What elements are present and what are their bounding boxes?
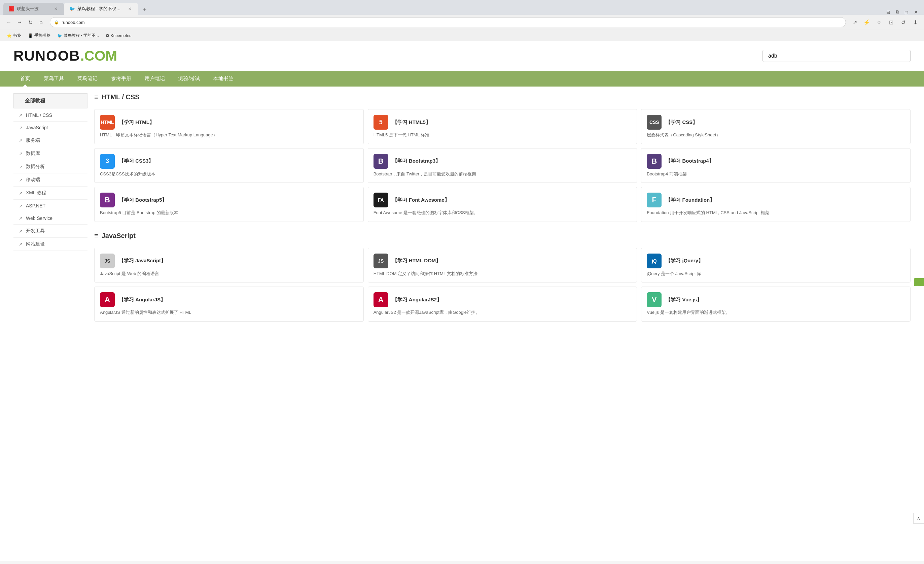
back2-icon[interactable]: ↺ <box>898 18 908 27</box>
maximize-icon[interactable]: ◻ <box>904 9 909 15</box>
sidebar-item-label-6: XML 教程 <box>26 190 46 196</box>
nav-item-home[interactable]: 首页 <box>14 71 37 87</box>
sidebar-item-label-1: JavaScript <box>26 125 48 130</box>
sidebar-item-dataanalysis[interactable]: ↗ 数据分析 <box>14 160 87 173</box>
card-title-htmldom: 【学习 HTML DOM】 <box>392 257 441 264</box>
card-desc-fontawesome: Font Awesome 是一套绝佳的图标字体库和CSS框架。 <box>374 209 632 216</box>
translate-button[interactable]: 译 <box>914 278 924 286</box>
cards-grid-htmlcss: HTML 【学习 HTML】 HTML，即超文本标记语言（Hyper Text … <box>94 109 910 222</box>
card-bootstrap3[interactable]: B 【学习 Bootstrap3】 Bootstrap，来自 Twitter，是… <box>368 148 637 183</box>
card-htmldom[interactable]: JS 【学习 HTML DOM】 HTML DOM 定义了访问和操作 HTML … <box>368 248 637 283</box>
lightning-icon[interactable]: ⚡ <box>862 18 872 27</box>
main-layout: ≡ 全部教程 ↗ HTML / CSS ↗ JavaScript ↗ 服务端 ↗… <box>0 87 924 338</box>
card-desc-css: 层叠样式表（Cascading StyleSheet） <box>647 132 905 138</box>
card-bootstrap5[interactable]: B 【学习 Bootstrap5】 Bootstrap5 目前是 Bootstr… <box>94 187 364 222</box>
close-window-icon[interactable]: ✕ <box>914 9 918 15</box>
card-angularjs[interactable]: A 【学习 AngularJS】 AngularJS 通过新的属性和表达式扩展了… <box>94 287 364 322</box>
nav-item-test[interactable]: 测验/考试 <box>172 71 207 87</box>
card-icon-htmldom: JS <box>374 254 388 268</box>
sidebar-link-icon-9: ↗ <box>19 229 22 234</box>
restore-icon[interactable]: ⧉ <box>896 9 899 15</box>
lock-icon: 🔒 <box>54 20 59 25</box>
card-header-fontawesome: FA 【学习 Font Awesome】 <box>374 193 632 208</box>
forward-button[interactable]: → <box>15 18 24 27</box>
cards-grid-javascript: JS 【学习 JavaScript】 JavaScript 是 Web 的编程语… <box>94 248 910 322</box>
address-bar[interactable]: 🔒 runoob.com <box>50 17 846 27</box>
tab-runoob[interactable]: 🐦 菜鸟教程 - 学的不仅是技术，更是... ✕ <box>64 3 138 15</box>
card-fontawesome[interactable]: FA 【学习 Font Awesome】 Font Awesome 是一套绝佳的… <box>368 187 637 222</box>
card-css[interactable]: CSS 【学习 CSS】 层叠样式表（Cascading StyleSheet） <box>641 109 910 144</box>
nav-item-tools[interactable]: 菜鸟工具 <box>37 71 70 87</box>
site-logo[interactable]: RUNOOB .COM <box>14 48 117 64</box>
sidebar-item-js[interactable]: ↗ JavaScript <box>14 122 87 134</box>
card-icon-bootstrap4: B <box>647 154 662 169</box>
site-nav: 首页 菜鸟工具 菜鸟笔记 参考手册 用户笔记 测验/考试 本地书签 <box>0 71 924 87</box>
card-header-bootstrap3: B 【学习 Bootstrap3】 <box>374 154 632 169</box>
nav-item-bookmarks[interactable]: 本地书签 <box>207 71 240 87</box>
bookmark-runoob[interactable]: 🐦 菜鸟教程 - 学的不... <box>54 32 102 39</box>
sidebar-item-devtools[interactable]: ↗ 开发工具 <box>14 225 87 238</box>
card-desc-bootstrap4: Bootstrap4 前端框架 <box>647 171 905 177</box>
card-title-vuejs: 【学习 Vue.js】 <box>666 297 702 303</box>
window-controls: ⊟ ⧉ ◻ ✕ <box>886 9 921 15</box>
bookmark-label4: Kubernetes <box>111 33 131 38</box>
card-bootstrap4[interactable]: B 【学习 Bootstrap4】 Bootstrap4 前端框架 <box>641 148 910 183</box>
section-title-text-js: JavaScript <box>102 232 136 240</box>
card-angularjs2[interactable]: A 【学习 AngularJS2】 AngularJS2 是一款开源JavaSc… <box>368 287 637 322</box>
section-title-javascript: ≡ JavaScript <box>94 232 910 242</box>
sidebar-item-label-9: 开发工具 <box>26 228 45 234</box>
home-button[interactable]: ⌂ <box>36 18 46 27</box>
scroll-top-button[interactable]: ∧ <box>913 513 924 523</box>
star-icon[interactable]: ☆ <box>874 18 884 27</box>
card-javascript[interactable]: JS 【学习 JavaScript】 JavaScript 是 Web 的编程语… <box>94 248 364 283</box>
sidebar-item-server[interactable]: ↗ 服务端 <box>14 134 87 147</box>
sidebar-item-webdev[interactable]: ↗ 网站建设 <box>14 238 87 251</box>
card-icon-html5: 5 <box>374 115 388 129</box>
tab-close-lianxiang[interactable]: ✕ <box>53 6 58 12</box>
card-vuejs[interactable]: V 【学习 Vue.js】 Vue.js 是一套构建用户界面的渐进式框架。 <box>641 287 910 322</box>
section-javascript: ≡ JavaScript JS 【学习 JavaScript】 JavaScri… <box>94 232 910 322</box>
tab-title-lianxiang: 联想头一波 <box>17 6 51 12</box>
new-tab-button[interactable]: + <box>139 4 150 15</box>
sidebar-item-db[interactable]: ↗ 数据库 <box>14 147 87 160</box>
sidebar-link-icon-2: ↗ <box>19 138 22 143</box>
site-search-input[interactable] <box>762 50 910 62</box>
card-html[interactable]: HTML 【学习 HTML】 HTML，即超文本标记语言（Hyper Text … <box>94 109 364 144</box>
bookmark-mobile[interactable]: 📱 手机书签 <box>25 32 53 39</box>
nav-item-notes[interactable]: 菜鸟笔记 <box>70 71 104 87</box>
sidebar-item-htmlcss[interactable]: ↗ HTML / CSS <box>14 109 87 122</box>
sidebar-item-mobile[interactable]: ↗ 移动端 <box>14 173 87 186</box>
tab-lianxiang[interactable]: L 联想头一波 ✕ <box>3 3 64 15</box>
card-jquery[interactable]: jQ 【学习 jQuery】 jQuery 是一个 JavaScript 库 <box>641 248 910 283</box>
nav-item-usernotes[interactable]: 用户笔记 <box>138 71 172 87</box>
sidebar-link-icon-8: ↗ <box>19 216 22 221</box>
card-header-css3: 3 【学习 CSS3】 <box>100 154 358 169</box>
sidebar-link-icon-0: ↗ <box>19 113 22 118</box>
share-icon[interactable]: ↗ <box>850 18 860 27</box>
card-desc-foundation: Foundation 用于开发响应式的 HTML, CSS and JavaSc… <box>647 209 905 216</box>
card-icon-jquery: jQ <box>647 254 662 268</box>
minimize-icon[interactable]: ⊟ <box>886 9 890 15</box>
sidebar-item-xml[interactable]: ↗ XML 教程 <box>14 186 87 200</box>
card-title-bootstrap5: 【学习 Bootstrap5】 <box>119 197 167 203</box>
back-button[interactable]: ← <box>4 18 14 27</box>
tab-close-runoob[interactable]: ✕ <box>127 6 133 12</box>
card-title-css: 【学习 CSS】 <box>666 119 698 126</box>
nav-item-reference[interactable]: 参考手册 <box>104 71 138 87</box>
card-css3[interactable]: 3 【学习 CSS3】 CSS3是CSS技术的升级版本 <box>94 148 364 183</box>
bookmarks-bar: ⭐ 书签 📱 手机书签 🐦 菜鸟教程 - 学的不... ☸ Kubernetes <box>0 30 924 41</box>
sidebar-link-icon-4: ↗ <box>19 164 22 169</box>
reload-button[interactable]: ↻ <box>26 18 35 27</box>
card-html5[interactable]: 5 【学习 HTML5】 HTML5 是下一代 HTML 标准 <box>368 109 637 144</box>
bookmark-kubernetes[interactable]: ☸ Kubernetes <box>103 32 134 39</box>
sidebar-item-webservice[interactable]: ↗ Web Service <box>14 212 87 225</box>
bookmark-label: 书签 <box>13 33 21 38</box>
download-icon[interactable]: ⬇ <box>910 18 920 27</box>
bookmark-xingqian[interactable]: ⭐ 书签 <box>4 32 24 39</box>
sidebar-item-aspnet[interactable]: ↗ ASP.NET <box>14 200 87 212</box>
tab-favicon-runoob: 🐦 <box>69 6 75 12</box>
site-header: RUNOOB .COM <box>0 41 924 71</box>
card-desc-htmldom: HTML DOM 定义了访问和操作 HTML 文档的标准方法 <box>374 271 632 277</box>
extend-icon[interactable]: ⊡ <box>886 18 896 27</box>
card-foundation[interactable]: F 【学习 Foundation】 Foundation 用于开发响应式的 HT… <box>641 187 910 222</box>
